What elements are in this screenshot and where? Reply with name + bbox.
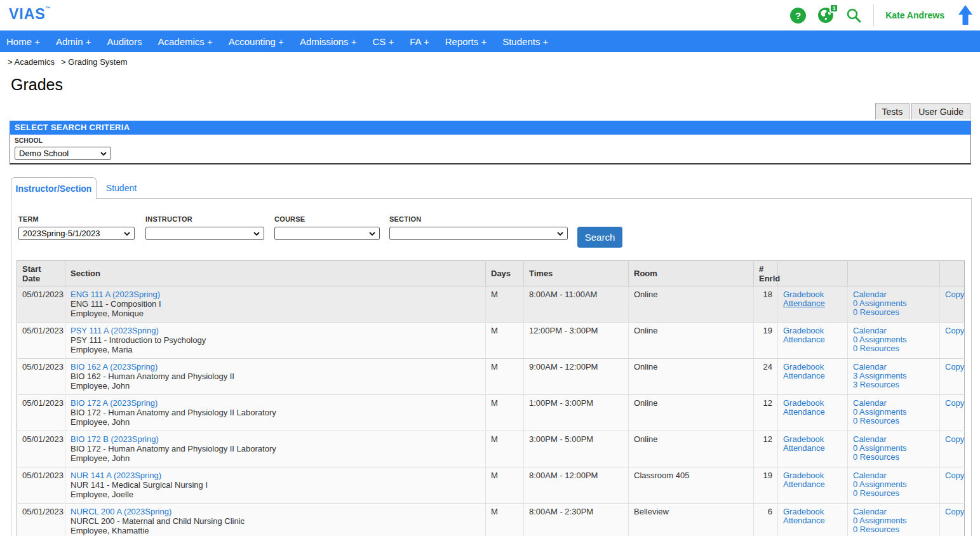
section-link[interactable]: BIO 162 A (2023Spring) [70, 363, 480, 372]
chevron-down-icon [557, 232, 563, 236]
table-body: 05/01/2023 ENG 111 A (2023Spring) ENG 11… [17, 286, 965, 536]
section-link[interactable]: ENG 111 A (2023Spring) [70, 290, 480, 299]
section-link[interactable]: BIO 172 B (2023Spring) [70, 435, 480, 444]
room-cell: Classroom 405 [629, 467, 754, 504]
resources-link[interactable]: 0 Resources [853, 308, 934, 317]
section-cell: BIO 172 A (2023Spring) BIO 172 - Human A… [65, 395, 486, 431]
assignments-link[interactable]: 3 Assignments [853, 372, 934, 380]
course-select[interactable] [274, 227, 380, 240]
attendance-link[interactable]: Attendance [783, 335, 842, 344]
chevron-down-icon [253, 232, 260, 236]
assignments-link[interactable]: 0 Assignments [853, 516, 934, 525]
calendar-link[interactable]: Calendar [853, 471, 934, 480]
resources-link[interactable]: 0 Resources [853, 344, 934, 353]
search-icon[interactable] [845, 7, 862, 23]
gradebook-link[interactable]: Gradebook [783, 435, 842, 444]
scroll-top-arrow-icon[interactable] [958, 5, 972, 25]
nav-item[interactable]: Academics + [158, 36, 212, 47]
assignments-link[interactable]: 0 Assignments [853, 480, 934, 489]
search-criteria-body: SCHOOL Demo School [10, 135, 971, 164]
school-select[interactable]: Demo School [15, 147, 111, 160]
calendar-link[interactable]: Calendar [853, 507, 934, 516]
tab-instructor-section[interactable]: Instructor/Section [11, 177, 97, 199]
nav-item[interactable]: Reports + [445, 36, 487, 47]
gradebook-link[interactable]: Gradebook [783, 363, 842, 372]
tab-student[interactable]: Student [97, 178, 146, 198]
user-name[interactable]: Kate Andrews [885, 10, 944, 20]
nav-item[interactable]: Home + [6, 36, 40, 47]
gradebook-link[interactable]: Gradebook [783, 471, 842, 480]
sections-table: Start Date Section Days Times Room # Enr… [17, 260, 965, 536]
section-link[interactable]: NURCL 200 A (2023Spring) [70, 507, 480, 516]
copy-link[interactable]: Copy [945, 507, 959, 516]
term-select[interactable]: 2023Spring-5/1/2023 [18, 227, 135, 240]
times-cell: 8:00AM - 11:00AM [524, 286, 629, 323]
nav-item[interactable]: Admin + [56, 36, 91, 47]
calendar-link[interactable]: Calendar [853, 363, 934, 372]
assignments-link[interactable]: 0 Assignments [853, 299, 934, 308]
section-link[interactable]: NUR 141 A (2023Spring) [70, 471, 480, 480]
nav-item[interactable]: Admissions + [300, 36, 357, 47]
calendar-link[interactable]: Calendar [853, 435, 934, 444]
section-link[interactable]: PSY 111 A (2023Spring) [70, 326, 480, 335]
main-nav: Home + Admin + Auditors Academics + Acco… [0, 30, 980, 52]
assignments-link[interactable]: 0 Assignments [853, 444, 934, 453]
resources-link[interactable]: 0 Resources [853, 453, 934, 462]
calendar-link[interactable]: Calendar [853, 290, 934, 299]
copy-link[interactable]: Copy [945, 399, 959, 408]
calendar-link[interactable]: Calendar [853, 326, 934, 335]
instructor-select[interactable] [145, 227, 264, 240]
copy-link[interactable]: Copy [945, 290, 959, 299]
tab-tests[interactable]: Tests [875, 103, 910, 119]
copy-link[interactable]: Copy [945, 326, 959, 335]
attendance-link[interactable]: Attendance [783, 408, 842, 417]
nav-item[interactable]: FA + [410, 36, 429, 47]
vias-logo[interactable]: VIAS™ [9, 6, 51, 23]
term-label: TERM [18, 215, 39, 223]
attendance-link[interactable]: Attendance [783, 372, 842, 380]
nav-item[interactable]: Students + [502, 36, 548, 47]
attendance-link[interactable]: Attendance [783, 299, 842, 308]
section-link[interactable]: BIO 172 A (2023Spring) [70, 399, 480, 408]
gradebook-link[interactable]: Gradebook [783, 507, 842, 516]
help-icon[interactable]: ? [790, 8, 806, 23]
section-select[interactable] [389, 227, 568, 240]
search-button[interactable]: Search [577, 227, 622, 248]
copy-link[interactable]: Copy [945, 435, 959, 444]
copy-cell: Copy [940, 395, 965, 431]
globe-icon[interactable]: 1 [817, 7, 834, 23]
attendance-link[interactable]: Attendance [783, 444, 842, 453]
enrolled-cell: 12 [754, 431, 778, 467]
copy-cell: Copy [940, 504, 965, 536]
nav-item[interactable]: Auditors [107, 36, 142, 47]
calendar-cell: Calendar 0 Assignments 0 Resources [848, 467, 940, 504]
resources-link[interactable]: 0 Resources [853, 417, 934, 425]
gradebook-link[interactable]: Gradebook [783, 290, 842, 299]
resources-link[interactable]: 0 Resources [853, 525, 934, 534]
tab-user-guide[interactable]: User Guide [911, 103, 970, 119]
gradebook-link[interactable]: Gradebook [783, 326, 842, 335]
days-cell: M [486, 359, 524, 395]
section-cell: BIO 172 B (2023Spring) BIO 172 - Human A… [65, 431, 486, 467]
breadcrumb-academics[interactable]: > Academics [8, 57, 55, 67]
attendance-link[interactable]: Attendance [783, 480, 842, 489]
assignments-link[interactable]: 0 Assignments [853, 408, 934, 417]
copy-link[interactable]: Copy [945, 471, 959, 480]
nav-item[interactable]: CS + [373, 36, 394, 47]
nav-item[interactable]: Accounting + [229, 36, 284, 47]
copy-link[interactable]: Copy [945, 363, 959, 372]
resources-link[interactable]: 0 Resources [853, 489, 934, 498]
room-cell: Online [629, 286, 754, 323]
attendance-link[interactable]: Attendance [783, 516, 842, 525]
course-title: PSY 111 - Introduction to Psychology [70, 336, 480, 345]
days-cell: M [486, 323, 524, 359]
assignments-link[interactable]: 0 Assignments [853, 335, 934, 344]
breadcrumb-grading-system[interactable]: > Grading System [61, 57, 127, 67]
calendar-cell: Calendar 0 Assignments 0 Resources [848, 286, 940, 323]
section-cell: BIO 162 A (2023Spring) BIO 162 - Human A… [65, 359, 486, 395]
gradebook-link[interactable]: Gradebook [783, 399, 842, 408]
resources-link[interactable]: 3 Resources [853, 380, 934, 389]
instructor-name: Employee, John [70, 382, 480, 391]
calendar-link[interactable]: Calendar [853, 399, 934, 408]
room-cell: Belleview [629, 504, 754, 536]
